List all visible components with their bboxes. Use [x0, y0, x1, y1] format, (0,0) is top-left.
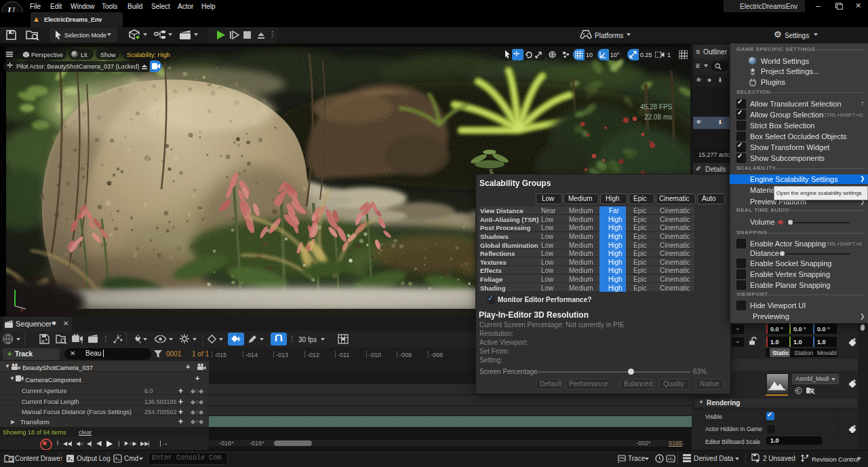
- svg-text:x: x: [20, 307, 23, 312]
